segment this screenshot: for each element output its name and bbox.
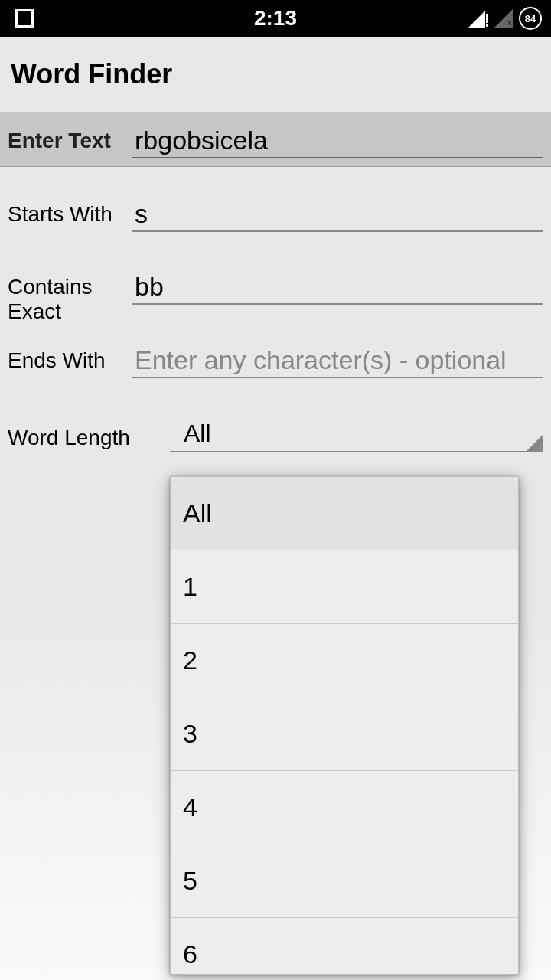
starts-with-label: Starts With [8,193,132,227]
ends-with-label: Ends With [8,339,132,373]
dropdown-item-2[interactable]: 2 [171,624,518,697]
signal-full-alert-icon [468,9,488,28]
svg-marker-0 [468,11,485,28]
ends-with-input[interactable] [132,339,543,378]
svg-rect-1 [486,14,488,23]
word-length-dropdown: All 1 2 3 4 5 6 [170,476,519,975]
starts-with-input[interactable] [132,193,543,232]
battery-indicator-icon: 84 [519,7,542,30]
ends-with-row: Ends With [0,332,551,386]
status-right: × 84 [468,7,542,30]
dropdown-item-all[interactable]: All [171,477,518,550]
starts-with-row: Starts With [0,185,551,240]
word-length-spinner[interactable]: All [170,413,543,452]
enter-text-row: Enter Text [0,112,551,167]
svg-rect-2 [486,24,488,27]
status-time: 2:13 [254,6,297,31]
contains-exact-label-line2: Exact [8,299,132,324]
svg-text:×: × [507,19,512,28]
chevron-down-icon [527,434,543,451]
contains-exact-row: Contains Exact [0,258,551,332]
signal-none-icon: × [494,9,513,28]
word-length-selected: All [184,420,211,447]
dropdown-item-1[interactable]: 1 [171,550,518,624]
status-bar: 2:13 × 84 [0,0,551,37]
status-left [9,9,34,28]
dropdown-item-6[interactable]: 6 [171,918,518,974]
page-title: Word Finder [11,58,540,90]
dropdown-item-3[interactable]: 3 [171,697,518,771]
stop-icon [15,9,34,28]
enter-text-label: Enter Text [8,119,132,153]
dropdown-item-5[interactable]: 5 [171,844,518,918]
contains-exact-label-line1: Contains [8,266,132,299]
contains-exact-input[interactable] [132,266,543,305]
word-length-row: Word Length All [0,406,551,460]
word-length-label: Word Length [8,416,170,450]
dropdown-item-4[interactable]: 4 [171,771,518,844]
app-header: Word Finder [0,37,551,112]
battery-value: 84 [525,13,536,24]
enter-text-input[interactable] [132,119,543,158]
